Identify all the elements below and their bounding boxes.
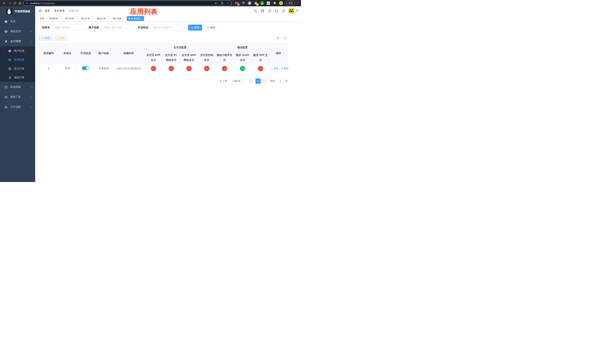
page-number-1[interactable]: 1 xyxy=(256,78,261,84)
merchant-name-input[interactable] xyxy=(101,25,136,31)
browser-menu-icon[interactable] xyxy=(296,2,299,4)
sidebar-collapse-icon[interactable] xyxy=(38,9,42,13)
status-wechat-jsapi-icon: ✓ xyxy=(240,66,245,71)
export-button[interactable]: 导出 xyxy=(54,36,67,41)
sidebar-item-workflow[interactable]: 工作流程 xyxy=(0,102,35,112)
close-icon[interactable]: × xyxy=(91,17,92,20)
sidebar-item-label: 研发工具 xyxy=(10,95,21,99)
status-toggle[interactable] xyxy=(82,66,89,70)
show-search-toggle-button[interactable] xyxy=(275,35,280,41)
page-annotation-title: 应用列表 xyxy=(130,7,158,16)
page-size-select[interactable]: 10条/页 xyxy=(230,78,247,84)
app-logo[interactable]: 芋道管理系统 xyxy=(0,6,35,16)
status-select[interactable]: 请选择开启状态 xyxy=(151,25,185,31)
logo-rabbit-image xyxy=(6,8,12,14)
refresh-button[interactable] xyxy=(282,35,288,41)
sidebar-item-pay-order[interactable]: 支付订单 xyxy=(0,64,35,73)
status-wechat-app-icon: × xyxy=(258,66,263,71)
tab-home[interactable]: 首页 xyxy=(38,16,46,21)
sidebar-item-home[interactable]: 首页 xyxy=(0,16,35,26)
ext-chat-icon[interactable] xyxy=(266,1,270,5)
extensions-puzzle-icon[interactable] xyxy=(273,1,277,5)
tab-process-form[interactable]: 流程表单× xyxy=(47,16,62,21)
breadcrumb-home[interactable]: 首页 xyxy=(45,9,50,13)
ext-y-icon[interactable]: y xyxy=(260,1,264,5)
col-app-name: 应用名 xyxy=(58,43,77,63)
add-button[interactable]: 新增 xyxy=(39,36,52,41)
tab-user-group[interactable]: 用户分组× xyxy=(63,16,78,21)
sidebar-item-merchant-info[interactable]: 商户信息 xyxy=(0,46,35,55)
header-search-icon[interactable] xyxy=(254,9,257,13)
tags-view-bar: 首页 流程表单× 用户分组× 支付订单× 退款订单× 商户信息× 应用信息× xyxy=(35,16,301,22)
sidebar-item-label: 系统管理 xyxy=(10,30,21,33)
url-text: localhost:1024/pay/app xyxy=(30,2,55,5)
col-create-time: 创建时间 xyxy=(113,43,145,63)
breadcrumb-current: 应用信息 xyxy=(68,9,79,13)
close-icon[interactable]: × xyxy=(75,17,76,20)
col-wechat-app: 微信 APP 支付 xyxy=(252,52,269,63)
edit-link[interactable]: 修改 xyxy=(271,67,279,70)
address-bar[interactable]: localhost:1024/pay/app ☆ xyxy=(23,1,231,6)
prev-page-button[interactable] xyxy=(249,78,253,84)
browser-home-icon[interactable] xyxy=(17,0,22,6)
tab-refund-order[interactable]: 退款订单× xyxy=(95,16,110,21)
ext-devtools-icon[interactable]: 10 xyxy=(235,1,239,5)
sidebar-item-label: 退款订单 xyxy=(14,76,24,79)
search-button[interactable]: 搜索 xyxy=(188,25,202,31)
browser-reload-icon[interactable] xyxy=(12,0,17,6)
browser-forward-icon[interactable] xyxy=(7,0,12,6)
tab-app-info[interactable]: 应用信息× xyxy=(127,16,144,21)
help-icon[interactable] xyxy=(268,9,271,13)
site-info-icon[interactable] xyxy=(26,2,28,5)
close-icon[interactable]: × xyxy=(141,17,142,20)
sidebar-item-infra[interactable]: 基础设施 xyxy=(0,82,35,92)
sidebar-item-system[interactable]: 系统管理 xyxy=(0,26,35,36)
yen-circle-icon xyxy=(7,67,12,70)
fullscreen-icon[interactable] xyxy=(275,9,279,13)
font-size-icon[interactable]: TT xyxy=(282,10,285,13)
page-content: 应用名 商户名称 开启状态 请选择开启状态 搜索 重置 xyxy=(35,22,301,182)
ext-gem-icon[interactable] xyxy=(241,1,245,5)
profile-emoji-icon[interactable] xyxy=(279,1,283,5)
status-alipay-pc-icon: × xyxy=(169,66,174,71)
close-icon[interactable]: × xyxy=(123,17,124,20)
sidebar-item-devtools[interactable]: 研发工具 xyxy=(0,92,35,102)
breadcrumb-pay[interactable]: 支付管理 xyxy=(54,9,64,13)
goto-label: 前往 xyxy=(270,79,275,83)
ext-command-icon[interactable]: ⌘ xyxy=(247,1,252,5)
bookmark-star-icon[interactable]: ☆ xyxy=(226,2,229,5)
chevron-up-icon xyxy=(30,41,32,43)
tab-pay-order[interactable]: 支付订单× xyxy=(79,16,94,21)
sidebar-item-refund-order[interactable]: 退款订单 xyxy=(0,73,35,82)
app-name-input[interactable] xyxy=(52,25,86,31)
store-icon xyxy=(7,49,12,53)
goto-page-input[interactable] xyxy=(277,78,284,84)
delete-link[interactable]: 删除 xyxy=(281,67,289,70)
sidebar-item-label: 应用信息 xyxy=(14,58,24,62)
briefcase-icon xyxy=(4,96,8,99)
user-menu-caret-icon[interactable] xyxy=(296,10,298,11)
app-name-label: 应用名 xyxy=(42,26,50,29)
user-avatar[interactable] xyxy=(289,8,294,14)
close-icon[interactable]: × xyxy=(59,17,60,20)
close-icon[interactable]: × xyxy=(107,17,108,20)
share-icon[interactable] xyxy=(221,2,224,5)
tab-merchant-info[interactable]: 商户信息× xyxy=(111,16,126,21)
sidebar-item-pay[interactable]: ¥ 支付管理 xyxy=(0,36,35,46)
col-group-alipay: 支付宝配置 xyxy=(145,43,216,52)
cell-create-time: 2021-10-23 08:49:25 xyxy=(113,63,145,74)
github-icon[interactable] xyxy=(261,9,264,13)
sidebar-item-app-info[interactable]: 应用信息 xyxy=(0,55,35,64)
password-key-icon[interactable] xyxy=(215,2,218,5)
browser-back-icon[interactable] xyxy=(2,0,7,6)
browser-update-button[interactable]: 更新 xyxy=(286,1,295,5)
yen-icon: ¥ xyxy=(4,40,8,43)
browser-toolbar: localhost:1024/pay/app ☆ 10 ⌘ 1 y xyxy=(0,0,301,6)
reset-button[interactable]: 重置 xyxy=(204,25,218,31)
sidebar-item-label: 支付订单 xyxy=(14,67,24,70)
extensions-area: 10 ⌘ 1 y xyxy=(235,1,283,5)
document-icon xyxy=(7,76,12,79)
next-page-button[interactable] xyxy=(263,78,267,84)
ext-recorder-icon[interactable]: 1 xyxy=(254,1,258,5)
page-unit-label: 页 xyxy=(285,79,288,83)
